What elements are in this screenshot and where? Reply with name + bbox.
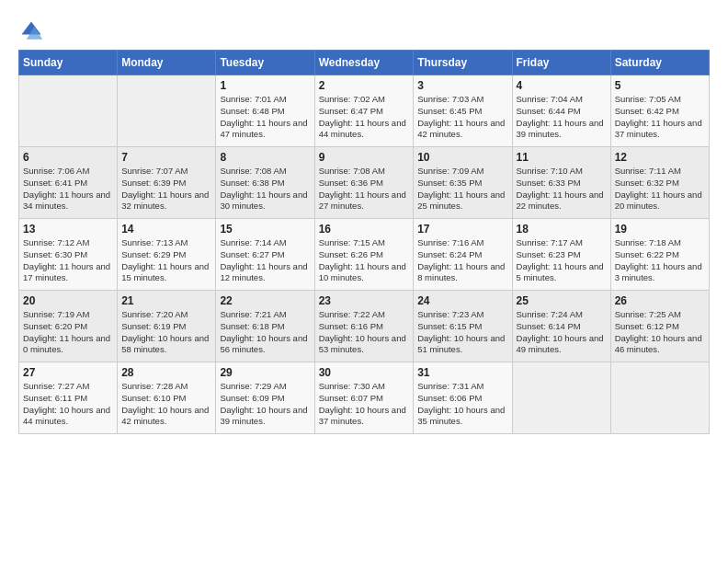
day-number: 5 [615,79,705,92]
day-detail: Sunrise: 7:11 AM Sunset: 6:32 PM Dayligh… [615,166,705,213]
day-cell [512,362,610,434]
day-number: 26 [615,294,705,307]
day-detail: Sunrise: 7:25 AM Sunset: 6:12 PM Dayligh… [615,309,705,356]
header-cell-tuesday: Tuesday [216,51,314,75]
day-cell: 21Sunrise: 7:20 AM Sunset: 6:19 PM Dayli… [118,291,216,362]
day-cell: 11Sunrise: 7:10 AM Sunset: 6:33 PM Dayli… [512,147,610,219]
day-number: 11 [517,151,607,164]
day-number: 2 [319,79,410,92]
day-detail: Sunrise: 7:05 AM Sunset: 6:42 PM Dayligh… [615,94,705,141]
calendar-header: SundayMondayTuesdayWednesdayThursdayFrid… [19,51,710,75]
day-detail: Sunrise: 7:24 AM Sunset: 6:14 PM Dayligh… [517,309,607,356]
day-cell: 24Sunrise: 7:23 AM Sunset: 6:15 PM Dayli… [414,291,512,362]
day-number: 24 [417,294,507,307]
day-number: 29 [220,366,310,379]
day-cell: 8Sunrise: 7:08 AM Sunset: 6:38 PM Daylig… [216,147,314,219]
day-number: 6 [23,151,113,164]
day-number: 21 [121,294,211,307]
day-number: 28 [121,366,211,379]
day-number: 17 [417,223,507,236]
day-number: 10 [417,151,507,164]
day-detail: Sunrise: 7:15 AM Sunset: 6:26 PM Dayligh… [319,237,410,284]
day-detail: Sunrise: 7:29 AM Sunset: 6:09 PM Dayligh… [220,381,310,428]
day-cell: 15Sunrise: 7:14 AM Sunset: 6:27 PM Dayli… [216,219,314,291]
day-cell: 16Sunrise: 7:15 AM Sunset: 6:26 PM Dayli… [314,219,414,291]
day-number: 31 [417,366,507,379]
week-row-3: 13Sunrise: 7:12 AM Sunset: 6:30 PM Dayli… [19,219,710,291]
day-cell: 20Sunrise: 7:19 AM Sunset: 6:20 PM Dayli… [19,291,118,362]
day-number: 12 [615,151,705,164]
day-number: 4 [517,79,607,92]
day-cell: 13Sunrise: 7:12 AM Sunset: 6:30 PM Dayli… [19,219,118,291]
day-cell: 12Sunrise: 7:11 AM Sunset: 6:32 PM Dayli… [610,147,709,219]
day-number: 14 [121,223,211,236]
day-detail: Sunrise: 7:04 AM Sunset: 6:44 PM Dayligh… [517,94,607,141]
day-detail: Sunrise: 7:27 AM Sunset: 6:11 PM Dayligh… [23,381,113,428]
day-cell [118,75,216,147]
day-detail: Sunrise: 7:30 AM Sunset: 6:07 PM Dayligh… [319,381,410,428]
page-header [18,15,710,44]
day-cell: 3Sunrise: 7:03 AM Sunset: 6:45 PM Daylig… [414,75,512,147]
header-cell-wednesday: Wednesday [314,51,414,75]
header-cell-thursday: Thursday [414,51,512,75]
day-detail: Sunrise: 7:07 AM Sunset: 6:39 PM Dayligh… [121,166,211,213]
day-detail: Sunrise: 7:09 AM Sunset: 6:35 PM Dayligh… [417,166,507,213]
day-cell: 2Sunrise: 7:02 AM Sunset: 6:47 PM Daylig… [314,75,414,147]
day-cell [19,75,118,147]
day-cell: 18Sunrise: 7:17 AM Sunset: 6:23 PM Dayli… [512,219,610,291]
day-number: 15 [220,223,310,236]
day-cell: 26Sunrise: 7:25 AM Sunset: 6:12 PM Dayli… [610,291,709,362]
day-cell: 14Sunrise: 7:13 AM Sunset: 6:29 PM Dayli… [118,219,216,291]
day-number: 23 [319,294,410,307]
day-number: 16 [319,223,410,236]
week-row-1: 1Sunrise: 7:01 AM Sunset: 6:48 PM Daylig… [19,75,710,147]
day-cell: 1Sunrise: 7:01 AM Sunset: 6:48 PM Daylig… [216,75,314,147]
day-number: 13 [23,223,113,236]
page-container: SundayMondayTuesdayWednesdayThursdayFrid… [0,0,728,443]
day-detail: Sunrise: 7:14 AM Sunset: 6:27 PM Dayligh… [220,237,310,284]
day-cell: 28Sunrise: 7:28 AM Sunset: 6:10 PM Dayli… [118,362,216,434]
day-cell: 6Sunrise: 7:06 AM Sunset: 6:41 PM Daylig… [19,147,118,219]
logo-icon [18,18,44,44]
header-cell-sunday: Sunday [19,51,118,75]
week-row-2: 6Sunrise: 7:06 AM Sunset: 6:41 PM Daylig… [19,147,710,219]
day-detail: Sunrise: 7:28 AM Sunset: 6:10 PM Dayligh… [121,381,211,428]
day-detail: Sunrise: 7:13 AM Sunset: 6:29 PM Dayligh… [121,237,211,284]
day-cell: 23Sunrise: 7:22 AM Sunset: 6:16 PM Dayli… [314,291,414,362]
day-cell: 22Sunrise: 7:21 AM Sunset: 6:18 PM Dayli… [216,291,314,362]
header-cell-friday: Friday [512,51,610,75]
day-detail: Sunrise: 7:01 AM Sunset: 6:48 PM Dayligh… [220,94,310,141]
day-detail: Sunrise: 7:21 AM Sunset: 6:18 PM Dayligh… [220,309,310,356]
day-cell: 19Sunrise: 7:18 AM Sunset: 6:22 PM Dayli… [610,219,709,291]
week-row-4: 20Sunrise: 7:19 AM Sunset: 6:20 PM Dayli… [19,291,710,362]
day-detail: Sunrise: 7:03 AM Sunset: 6:45 PM Dayligh… [417,94,507,141]
day-cell: 9Sunrise: 7:08 AM Sunset: 6:36 PM Daylig… [314,147,414,219]
week-row-5: 27Sunrise: 7:27 AM Sunset: 6:11 PM Dayli… [19,362,710,434]
day-detail: Sunrise: 7:08 AM Sunset: 6:38 PM Dayligh… [220,166,310,213]
day-number: 27 [23,366,113,379]
day-detail: Sunrise: 7:23 AM Sunset: 6:15 PM Dayligh… [417,309,507,356]
day-detail: Sunrise: 7:02 AM Sunset: 6:47 PM Dayligh… [319,94,410,141]
day-detail: Sunrise: 7:22 AM Sunset: 6:16 PM Dayligh… [319,309,410,356]
day-detail: Sunrise: 7:12 AM Sunset: 6:30 PM Dayligh… [23,237,113,284]
day-detail: Sunrise: 7:06 AM Sunset: 6:41 PM Dayligh… [23,166,113,213]
header-cell-saturday: Saturday [610,51,709,75]
day-cell: 27Sunrise: 7:27 AM Sunset: 6:11 PM Dayli… [19,362,118,434]
header-row: SundayMondayTuesdayWednesdayThursdayFrid… [19,51,710,75]
day-cell: 10Sunrise: 7:09 AM Sunset: 6:35 PM Dayli… [414,147,512,219]
day-detail: Sunrise: 7:17 AM Sunset: 6:23 PM Dayligh… [517,237,607,284]
day-detail: Sunrise: 7:08 AM Sunset: 6:36 PM Dayligh… [319,166,410,213]
day-cell: 5Sunrise: 7:05 AM Sunset: 6:42 PM Daylig… [610,75,709,147]
day-number: 7 [121,151,211,164]
day-cell: 17Sunrise: 7:16 AM Sunset: 6:24 PM Dayli… [414,219,512,291]
day-number: 1 [220,79,310,92]
calendar-table: SundayMondayTuesdayWednesdayThursdayFrid… [18,50,710,434]
day-cell: 29Sunrise: 7:29 AM Sunset: 6:09 PM Dayli… [216,362,314,434]
day-cell [610,362,709,434]
day-detail: Sunrise: 7:20 AM Sunset: 6:19 PM Dayligh… [121,309,211,356]
day-detail: Sunrise: 7:31 AM Sunset: 6:06 PM Dayligh… [417,381,507,428]
day-number: 18 [517,223,607,236]
day-number: 19 [615,223,705,236]
day-detail: Sunrise: 7:18 AM Sunset: 6:22 PM Dayligh… [615,237,705,284]
day-cell: 4Sunrise: 7:04 AM Sunset: 6:44 PM Daylig… [512,75,610,147]
